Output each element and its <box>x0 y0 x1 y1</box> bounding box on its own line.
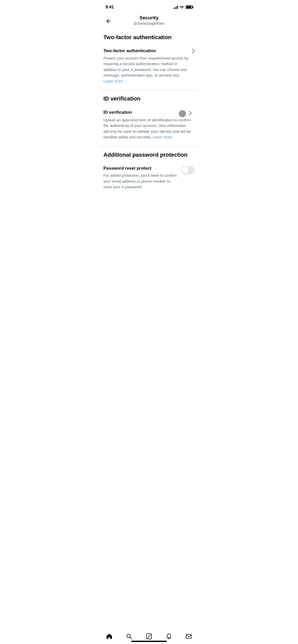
id-verification-item-content: ID verification Upload an approved form … <box>103 110 192 140</box>
section-divider-2 <box>99 145 199 147</box>
id-verification-item[interactable]: ID verification Upload an approved form … <box>103 107 195 143</box>
status-icons <box>173 5 193 9</box>
two-factor-item-title: Two-factor authentication <box>103 48 189 54</box>
two-factor-learn-more-link[interactable]: Learn more <box>103 79 123 83</box>
page-title: Security <box>133 15 165 21</box>
chevron-right-icon-id <box>189 111 192 115</box>
password-reset-protect-content: Password reset protect For added protect… <box>103 166 178 190</box>
password-reset-protect-toggle[interactable] <box>181 166 195 174</box>
password-reset-protect-item: Password reset protect For added protect… <box>103 163 195 193</box>
id-verification-learn-more-link[interactable]: Learn more <box>153 135 172 139</box>
password-reset-protect-desc: For added protection, you'll need to con… <box>103 173 178 190</box>
id-verification-toggle-container <box>179 110 192 117</box>
chevron-right-icon <box>192 49 195 53</box>
id-verification-row: ID verification <box>103 110 192 117</box>
signal-bars-icon <box>173 5 178 9</box>
content: Two-factor authentication Two-factor aut… <box>99 30 199 195</box>
section-divider-1 <box>99 89 199 91</box>
two-factor-item-desc: Protect your account from unauthorized a… <box>103 55 189 84</box>
toggle-thumb <box>182 167 189 174</box>
two-factor-item-content: Two-factor authentication Protect your a… <box>103 48 189 84</box>
header-center: Security @SarahJpageflows <box>133 15 165 26</box>
two-factor-section-title: Two-factor authentication <box>103 34 195 41</box>
id-verification-item-title: ID verification <box>103 110 132 115</box>
back-arrow-icon <box>105 18 112 24</box>
battery-icon <box>186 5 193 9</box>
two-factor-chevron <box>192 48 195 54</box>
status-bar: 9:41 <box>99 0 199 13</box>
status-time: 9:41 <box>105 5 114 10</box>
password-reset-toggle-container <box>181 166 195 174</box>
id-verification-section: ID verification ID verification U <box>99 91 199 145</box>
id-verification-section-title: ID verification <box>103 95 195 103</box>
two-factor-section: Two-factor authentication Two-factor aut… <box>99 30 199 89</box>
page-subtitle: @SarahJpageflows <box>133 21 165 26</box>
additional-password-section-title: Additional password protection <box>103 151 195 159</box>
page-header: Security @SarahJpageflows <box>99 13 199 30</box>
id-verification-chevron <box>189 111 192 116</box>
id-verification-toggle-dot <box>179 110 186 117</box>
wifi-icon <box>180 5 184 9</box>
two-factor-item[interactable]: Two-factor authentication Protect your a… <box>103 45 195 87</box>
id-verification-item-desc: Upload an approved form of identificatio… <box>103 117 192 140</box>
additional-password-section: Additional password protection Password … <box>99 147 199 195</box>
password-reset-protect-title: Password reset protect <box>103 166 178 171</box>
back-button[interactable] <box>103 16 114 26</box>
